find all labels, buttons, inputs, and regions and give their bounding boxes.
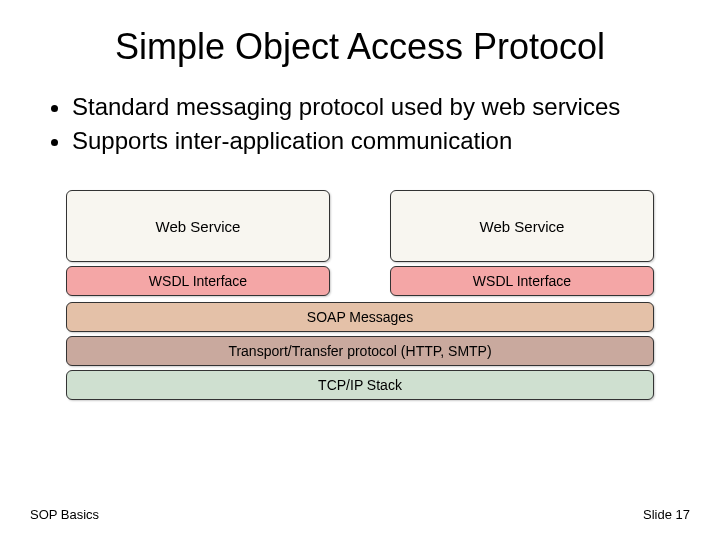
service-column-left: Web Service WSDL Interface (66, 190, 330, 296)
wsdl-interface-box: WSDL Interface (390, 266, 654, 296)
slide: Simple Object Access Protocol Standard m… (0, 0, 720, 540)
wsdl-interface-box: WSDL Interface (66, 266, 330, 296)
slide-footer: SOP Basics Slide 17 (30, 507, 690, 522)
web-service-box: Web Service (390, 190, 654, 262)
bullet-item: Supports inter-application communication (72, 126, 690, 156)
slide-title: Simple Object Access Protocol (30, 26, 690, 68)
transport-layer: Transport/Transfer protocol (HTTP, SMTP) (66, 336, 654, 366)
footer-right: Slide 17 (643, 507, 690, 522)
service-column-right: Web Service WSDL Interface (390, 190, 654, 296)
architecture-diagram: Web Service WSDL Interface Web Service W… (66, 190, 654, 400)
service-row: Web Service WSDL Interface Web Service W… (66, 190, 654, 296)
tcpip-layer: TCP/IP Stack (66, 370, 654, 400)
bullet-item: Standard messaging protocol used by web … (72, 92, 690, 122)
bullet-list: Standard messaging protocol used by web … (30, 92, 690, 160)
soap-messages-layer: SOAP Messages (66, 302, 654, 332)
web-service-box: Web Service (66, 190, 330, 262)
footer-left: SOP Basics (30, 507, 99, 522)
